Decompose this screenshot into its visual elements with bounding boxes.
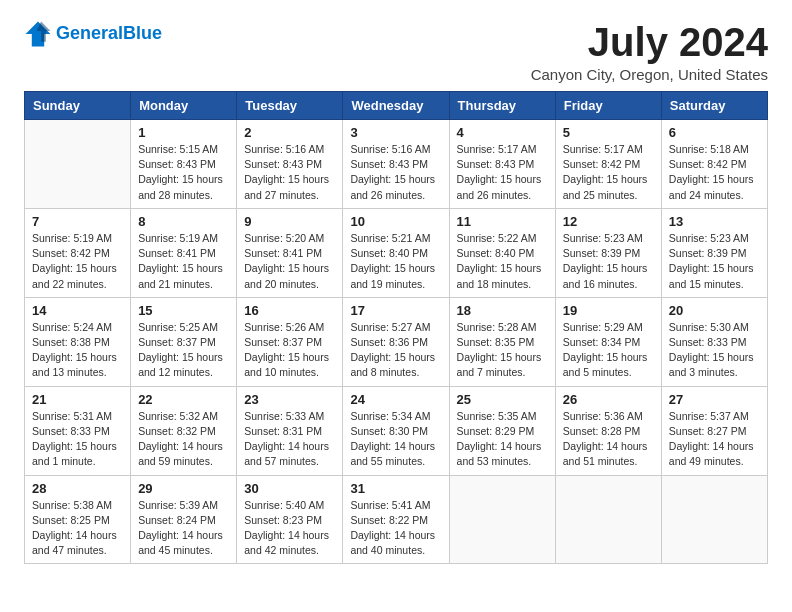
day-info: Sunrise: 5:39 AM Sunset: 8:24 PM Dayligh… [138,498,229,559]
calendar-header-row: SundayMondayTuesdayWednesdayThursdayFrid… [25,92,768,120]
calendar-cell: 20Sunrise: 5:30 AM Sunset: 8:33 PM Dayli… [661,297,767,386]
calendar-cell: 23Sunrise: 5:33 AM Sunset: 8:31 PM Dayli… [237,386,343,475]
day-info: Sunrise: 5:26 AM Sunset: 8:37 PM Dayligh… [244,320,335,381]
day-number: 2 [244,125,335,140]
day-number: 10 [350,214,441,229]
day-number: 8 [138,214,229,229]
day-info: Sunrise: 5:34 AM Sunset: 8:30 PM Dayligh… [350,409,441,470]
calendar-cell: 27Sunrise: 5:37 AM Sunset: 8:27 PM Dayli… [661,386,767,475]
calendar-cell: 1Sunrise: 5:15 AM Sunset: 8:43 PM Daylig… [131,120,237,209]
col-header-friday: Friday [555,92,661,120]
day-number: 18 [457,303,548,318]
day-info: Sunrise: 5:32 AM Sunset: 8:32 PM Dayligh… [138,409,229,470]
calendar-cell: 22Sunrise: 5:32 AM Sunset: 8:32 PM Dayli… [131,386,237,475]
day-number: 29 [138,481,229,496]
calendar-table: SundayMondayTuesdayWednesdayThursdayFrid… [24,91,768,564]
calendar-cell: 17Sunrise: 5:27 AM Sunset: 8:36 PM Dayli… [343,297,449,386]
day-info: Sunrise: 5:23 AM Sunset: 8:39 PM Dayligh… [669,231,760,292]
day-info: Sunrise: 5:38 AM Sunset: 8:25 PM Dayligh… [32,498,123,559]
day-number: 4 [457,125,548,140]
day-info: Sunrise: 5:30 AM Sunset: 8:33 PM Dayligh… [669,320,760,381]
col-header-thursday: Thursday [449,92,555,120]
calendar-cell: 14Sunrise: 5:24 AM Sunset: 8:38 PM Dayli… [25,297,131,386]
day-number: 25 [457,392,548,407]
logo-general: General [56,23,123,43]
day-info: Sunrise: 5:29 AM Sunset: 8:34 PM Dayligh… [563,320,654,381]
day-number: 1 [138,125,229,140]
calendar-cell: 29Sunrise: 5:39 AM Sunset: 8:24 PM Dayli… [131,475,237,564]
day-info: Sunrise: 5:16 AM Sunset: 8:43 PM Dayligh… [244,142,335,203]
day-number: 26 [563,392,654,407]
col-header-monday: Monday [131,92,237,120]
calendar-cell: 25Sunrise: 5:35 AM Sunset: 8:29 PM Dayli… [449,386,555,475]
day-number: 23 [244,392,335,407]
calendar-cell: 26Sunrise: 5:36 AM Sunset: 8:28 PM Dayli… [555,386,661,475]
day-number: 19 [563,303,654,318]
day-number: 22 [138,392,229,407]
calendar-week-row: 28Sunrise: 5:38 AM Sunset: 8:25 PM Dayli… [25,475,768,564]
logo-blue: Blue [123,23,162,43]
calendar-cell [555,475,661,564]
day-info: Sunrise: 5:25 AM Sunset: 8:37 PM Dayligh… [138,320,229,381]
day-info: Sunrise: 5:22 AM Sunset: 8:40 PM Dayligh… [457,231,548,292]
day-number: 31 [350,481,441,496]
day-info: Sunrise: 5:27 AM Sunset: 8:36 PM Dayligh… [350,320,441,381]
svg-marker-0 [26,22,51,47]
calendar-cell: 19Sunrise: 5:29 AM Sunset: 8:34 PM Dayli… [555,297,661,386]
calendar-cell: 24Sunrise: 5:34 AM Sunset: 8:30 PM Dayli… [343,386,449,475]
calendar-cell: 16Sunrise: 5:26 AM Sunset: 8:37 PM Dayli… [237,297,343,386]
col-header-saturday: Saturday [661,92,767,120]
day-number: 20 [669,303,760,318]
calendar-cell: 15Sunrise: 5:25 AM Sunset: 8:37 PM Dayli… [131,297,237,386]
calendar-week-row: 14Sunrise: 5:24 AM Sunset: 8:38 PM Dayli… [25,297,768,386]
day-info: Sunrise: 5:33 AM Sunset: 8:31 PM Dayligh… [244,409,335,470]
header: GeneralBlue July 2024 Canyon City, Orego… [24,20,768,83]
calendar-week-row: 7Sunrise: 5:19 AM Sunset: 8:42 PM Daylig… [25,208,768,297]
calendar-cell: 12Sunrise: 5:23 AM Sunset: 8:39 PM Dayli… [555,208,661,297]
calendar-cell: 31Sunrise: 5:41 AM Sunset: 8:22 PM Dayli… [343,475,449,564]
calendar-cell: 9Sunrise: 5:20 AM Sunset: 8:41 PM Daylig… [237,208,343,297]
calendar-cell: 28Sunrise: 5:38 AM Sunset: 8:25 PM Dayli… [25,475,131,564]
logo-text: GeneralBlue [56,24,162,44]
day-number: 16 [244,303,335,318]
day-number: 24 [350,392,441,407]
day-info: Sunrise: 5:37 AM Sunset: 8:27 PM Dayligh… [669,409,760,470]
day-number: 12 [563,214,654,229]
calendar-cell: 13Sunrise: 5:23 AM Sunset: 8:39 PM Dayli… [661,208,767,297]
day-info: Sunrise: 5:40 AM Sunset: 8:23 PM Dayligh… [244,498,335,559]
day-info: Sunrise: 5:35 AM Sunset: 8:29 PM Dayligh… [457,409,548,470]
calendar-week-row: 1Sunrise: 5:15 AM Sunset: 8:43 PM Daylig… [25,120,768,209]
col-header-sunday: Sunday [25,92,131,120]
day-info: Sunrise: 5:21 AM Sunset: 8:40 PM Dayligh… [350,231,441,292]
calendar-cell: 2Sunrise: 5:16 AM Sunset: 8:43 PM Daylig… [237,120,343,209]
calendar-cell [449,475,555,564]
day-info: Sunrise: 5:17 AM Sunset: 8:43 PM Dayligh… [457,142,548,203]
day-number: 30 [244,481,335,496]
calendar-cell [661,475,767,564]
day-info: Sunrise: 5:19 AM Sunset: 8:41 PM Dayligh… [138,231,229,292]
day-info: Sunrise: 5:31 AM Sunset: 8:33 PM Dayligh… [32,409,123,470]
day-info: Sunrise: 5:16 AM Sunset: 8:43 PM Dayligh… [350,142,441,203]
logo: GeneralBlue [24,20,162,48]
day-info: Sunrise: 5:23 AM Sunset: 8:39 PM Dayligh… [563,231,654,292]
calendar-cell: 11Sunrise: 5:22 AM Sunset: 8:40 PM Dayli… [449,208,555,297]
col-header-wednesday: Wednesday [343,92,449,120]
calendar-cell: 3Sunrise: 5:16 AM Sunset: 8:43 PM Daylig… [343,120,449,209]
day-info: Sunrise: 5:41 AM Sunset: 8:22 PM Dayligh… [350,498,441,559]
title-section: July 2024 Canyon City, Oregon, United St… [531,20,768,83]
day-info: Sunrise: 5:19 AM Sunset: 8:42 PM Dayligh… [32,231,123,292]
day-number: 11 [457,214,548,229]
day-number: 9 [244,214,335,229]
day-info: Sunrise: 5:18 AM Sunset: 8:42 PM Dayligh… [669,142,760,203]
day-number: 28 [32,481,123,496]
day-number: 27 [669,392,760,407]
calendar-cell: 21Sunrise: 5:31 AM Sunset: 8:33 PM Dayli… [25,386,131,475]
day-info: Sunrise: 5:15 AM Sunset: 8:43 PM Dayligh… [138,142,229,203]
calendar-cell: 4Sunrise: 5:17 AM Sunset: 8:43 PM Daylig… [449,120,555,209]
logo-icon [24,20,52,48]
day-number: 13 [669,214,760,229]
day-number: 6 [669,125,760,140]
calendar-cell: 30Sunrise: 5:40 AM Sunset: 8:23 PM Dayli… [237,475,343,564]
calendar-cell: 6Sunrise: 5:18 AM Sunset: 8:42 PM Daylig… [661,120,767,209]
calendar-cell: 8Sunrise: 5:19 AM Sunset: 8:41 PM Daylig… [131,208,237,297]
